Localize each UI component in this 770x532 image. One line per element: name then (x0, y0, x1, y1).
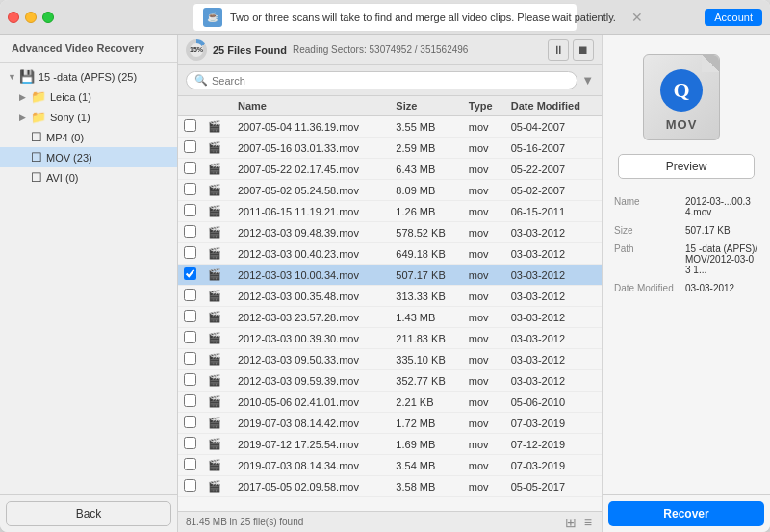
table-row[interactable]: 🎬 2012-03-03 00.35.48.mov 313.33 KB mov … (178, 286, 602, 307)
row-type: mov (463, 370, 505, 392)
header-date[interactable]: Date Modified (505, 96, 602, 116)
table-row[interactable]: 🎬 2019-07-12 17.25.54.mov 1.69 MB mov 07… (178, 434, 602, 455)
row-checkbox-cell (178, 413, 202, 434)
maximize-button[interactable] (42, 12, 54, 23)
row-checkbox[interactable] (184, 437, 196, 449)
header-size[interactable]: Size (390, 96, 463, 116)
close-button[interactable] (8, 12, 19, 23)
table-row[interactable]: 🎬 2011-06-15 11.19.21.mov 1.26 MB mov 06… (178, 201, 602, 222)
row-checkbox[interactable] (184, 267, 196, 280)
titlebar: ☕ Two or three scans will take to find a… (0, 0, 770, 35)
tree-item-icon: 📁 (31, 89, 46, 104)
row-checkbox[interactable] (184, 352, 196, 365)
row-checkbox[interactable] (184, 204, 196, 216)
preview-button[interactable]: Preview (618, 154, 755, 179)
row-checkbox[interactable] (184, 183, 196, 195)
row-checkbox[interactable] (184, 162, 196, 174)
sidebar-tree: ▼ 💾 15 -data (APFS) (25) ▶ 📁 Leica (1) ▶… (0, 63, 177, 494)
sidebar-item-avi[interactable]: ☐ AVI (0) (0, 167, 177, 188)
pause-button[interactable]: ⏸ (548, 39, 569, 61)
row-checkbox[interactable] (184, 119, 196, 132)
row-icon-cell: 🎬 (202, 328, 232, 349)
row-name: 2007-05-02 05.24.58.mov (232, 180, 390, 201)
header-type[interactable]: Type (463, 96, 505, 116)
table-row[interactable]: 🎬 2007-05-22 02.17.45.mov 6.43 MB mov 05… (178, 159, 602, 180)
table-row[interactable]: 🎬 2007-05-02 05.24.58.mov 8.09 MB mov 05… (178, 180, 602, 201)
row-checkbox[interactable] (184, 225, 196, 238)
header-checkbox-col (178, 96, 202, 116)
table-row[interactable]: 🎬 2019-07-03 08.14.42.mov 1.72 MB mov 07… (178, 413, 602, 434)
table-row[interactable]: 🎬 2017-05-05 02.09.58.mov 3.58 MB mov 05… (178, 476, 602, 497)
filter-icon[interactable]: ▼ (581, 73, 594, 88)
table-row[interactable]: 🎬 2010-05-06 02.41.01.mov 2.21 KB mov 05… (178, 392, 602, 413)
row-type: mov (463, 476, 505, 497)
row-size: 3.55 MB (390, 116, 463, 138)
row-checkbox[interactable] (184, 479, 196, 492)
row-date: 03-03-2012 (505, 370, 602, 392)
tree-item-icon: ☐ (31, 150, 42, 165)
table-row[interactable]: 🎬 2012-03-03 10.00.34.mov 507.17 KB mov … (178, 265, 602, 286)
sidebar-item-leica[interactable]: ▶ 📁 Leica (1) (0, 87, 177, 107)
preview-footer: Recover (603, 494, 770, 532)
table-row[interactable]: 🎬 2012-03-03 09.50.33.mov 335.10 KB mov … (178, 349, 602, 370)
list-view-button[interactable]: ≡ (582, 515, 594, 530)
table-row[interactable]: 🎬 2019-07-03 08.14.34.mov 3.54 MB mov 07… (178, 455, 602, 476)
sidebar-item-mp4[interactable]: ☐ MP4 (0) (0, 127, 177, 147)
row-date: 05-05-2017 (505, 476, 602, 497)
table-row[interactable]: 🎬 2012-03-03 09.59.39.mov 352.77 KB mov … (178, 370, 602, 392)
row-icon-cell: 🎬 (202, 201, 232, 222)
sidebar-item-sony[interactable]: ▶ 📁 Sony (1) (0, 107, 177, 127)
grid-view-button[interactable]: ⊞ (563, 515, 578, 530)
table-row[interactable]: 🎬 2007-05-16 03.01.33.mov 2.59 MB mov 05… (178, 138, 602, 159)
row-checkbox[interactable] (184, 246, 196, 259)
view-icons: ⊞ ≡ (563, 515, 594, 530)
table-row[interactable]: 🎬 2012-03-03 23.57.28.mov 1.43 MB mov 03… (178, 307, 602, 328)
row-size: 3.58 MB (390, 476, 463, 497)
row-date: 03-03-2012 (505, 222, 602, 243)
main-content: Advanced Video Recovery ▼ 💾 15 -data (AP… (0, 35, 770, 532)
sidebar-item-mov[interactable]: ☐ MOV (23) (0, 147, 177, 167)
notification-close-button[interactable]: ✕ (631, 11, 643, 24)
search-input[interactable] (212, 75, 569, 87)
file-table-wrap[interactable]: Name Size Type Date Modified 🎬 2007-05-0… (178, 96, 602, 511)
row-checkbox[interactable] (184, 394, 196, 407)
row-checkbox[interactable] (184, 289, 196, 301)
sidebar-item-root[interactable]: ▼ 💾 15 -data (APFS) (25) (0, 66, 177, 87)
row-checkbox[interactable] (184, 140, 196, 153)
row-icon-cell: 🎬 (202, 349, 232, 370)
row-checkbox[interactable] (184, 310, 196, 322)
header-name[interactable]: Name (232, 96, 390, 116)
table-row[interactable]: 🎬 2012-03-03 09.48.39.mov 578.52 KB mov … (178, 222, 602, 243)
row-checkbox-cell (178, 434, 202, 455)
row-checkbox[interactable] (184, 373, 196, 386)
table-row[interactable]: 🎬 2012-03-03 00.40.23.mov 649.18 KB mov … (178, 243, 602, 265)
row-name: 2011-06-15 11.19.21.mov (232, 201, 390, 222)
row-name: 2019-07-12 17.25.54.mov (232, 434, 390, 455)
row-checkbox-cell (178, 138, 202, 159)
traffic-lights (8, 12, 54, 23)
progress-circle: 15% (186, 39, 207, 61)
row-name: 2012-03-03 00.40.23.mov (232, 243, 390, 265)
row-checkbox[interactable] (184, 331, 196, 343)
table-row[interactable]: 🎬 2007-05-04 11.36.19.mov 3.55 MB mov 05… (178, 116, 602, 138)
row-date: 07-03-2019 (505, 455, 602, 476)
row-type: mov (463, 180, 505, 201)
tree-item-icon: ☐ (31, 130, 42, 144)
back-button[interactable]: Back (6, 501, 171, 526)
row-icon-cell: 🎬 (202, 265, 232, 286)
recover-button[interactable]: Recover (608, 501, 764, 526)
preview-metadata: Name 2012-03-...00.34.mov Size 507.17 KB… (603, 190, 770, 494)
account-button[interactable]: Account (705, 9, 762, 26)
stop-button[interactable]: ⏹ (573, 39, 594, 61)
row-size: 2.59 MB (390, 138, 463, 159)
row-checkbox[interactable] (184, 416, 196, 428)
meta-row-date: Date Modified 03-03-2012 (614, 283, 758, 293)
row-size: 507.17 KB (390, 265, 463, 286)
minimize-button[interactable] (25, 12, 37, 23)
meta-size-val: 507.17 KB (685, 225, 731, 236)
row-checkbox[interactable] (184, 458, 196, 470)
row-icon-cell: 🎬 (202, 243, 232, 265)
row-size: 1.69 MB (390, 434, 463, 455)
notification-text: Two or three scans will take to find and… (230, 12, 616, 23)
table-row[interactable]: 🎬 2012-03-03 00.39.30.mov 211.83 KB mov … (178, 328, 602, 349)
